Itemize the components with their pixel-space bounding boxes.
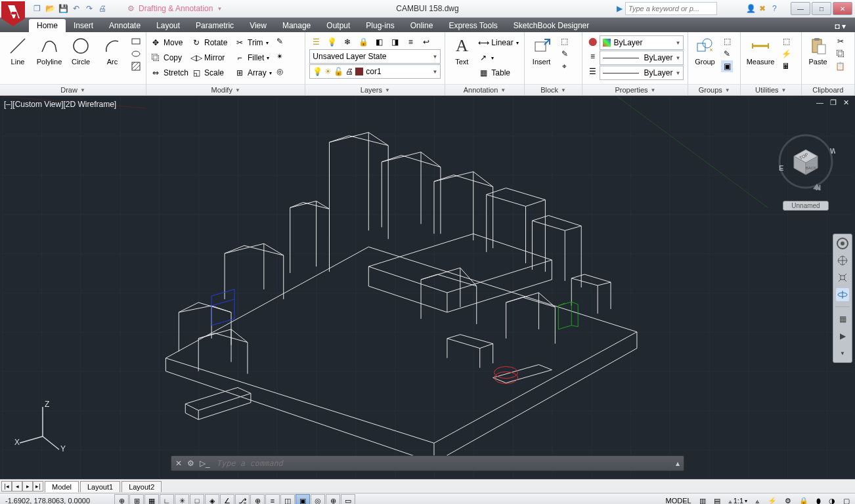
quick-select-icon[interactable]: ⚡ — [780, 48, 792, 60]
layer-lock-icon[interactable]: 🔒 — [357, 35, 370, 49]
qat-undo-icon[interactable]: ↶ — [71, 3, 81, 14]
otrack-icon[interactable]: ∠ — [220, 494, 234, 504]
table-button[interactable]: ▦Table — [478, 66, 518, 80]
layer-freeze-icon[interactable]: ❄ — [341, 35, 354, 49]
qat-print-icon[interactable]: 🖨 — [97, 3, 108, 14]
isolate-objects-icon[interactable]: ◑ — [826, 497, 838, 505]
ortho-mode-icon[interactable]: ∟ — [160, 494, 174, 504]
toolbar-lock-icon[interactable]: 🔒 — [797, 497, 811, 505]
panel-modify-label[interactable]: Modify — [211, 86, 232, 94]
help-search-input[interactable] — [625, 2, 717, 15]
tab-model[interactable]: Model — [45, 481, 79, 492]
viewcube-ucs-label[interactable]: Unnamed — [783, 201, 829, 211]
text-button[interactable]: AText — [449, 34, 474, 66]
match-prop-icon[interactable]: ⬤ — [586, 35, 598, 47]
cut-icon[interactable]: ✂ — [835, 35, 846, 47]
panel-utilities-label[interactable]: Utilities — [755, 86, 778, 94]
help-icon[interactable]: ? — [772, 4, 781, 13]
tab-annotate[interactable]: Annotate — [101, 19, 148, 32]
layer-off-icon[interactable]: 💡 — [325, 35, 338, 49]
ungroup-icon[interactable]: ⬚ — [721, 35, 733, 47]
stretch-button[interactable]: ⇔Stretch — [150, 66, 190, 80]
hardware-accel-icon[interactable]: ⬮ — [814, 497, 823, 505]
line-button[interactable]: Line — [4, 34, 32, 66]
tab-output[interactable]: Output — [318, 19, 358, 32]
linetype-combo[interactable]: ByLayer▼ — [600, 66, 684, 80]
viewport-label[interactable]: [–][Custom View][2D Wireframe] — [4, 100, 116, 109]
tab-insert[interactable]: Insert — [66, 19, 101, 32]
quick-properties-icon[interactable]: ▣ — [296, 494, 310, 504]
scale-button[interactable]: ◱Scale — [191, 66, 233, 80]
qat-new-icon[interactable]: ❐ — [32, 3, 42, 14]
tab-home[interactable]: Home — [29, 19, 66, 32]
lineweight-combo[interactable]: ByLayer▼ — [600, 51, 684, 65]
workspace-switching-icon[interactable]: ⚙ — [782, 497, 794, 505]
edit-attr-icon[interactable]: ⌖ — [559, 60, 571, 72]
tab-layout[interactable]: Layout — [148, 19, 188, 32]
group-button[interactable]: Group — [692, 34, 717, 66]
close-button[interactable]: ✕ — [833, 2, 852, 15]
osnap-icon[interactable]: □ — [190, 494, 204, 504]
erase-icon[interactable]: ✎ — [274, 35, 286, 47]
polar-tracking-icon[interactable]: ✳ — [175, 494, 189, 504]
ducs-icon[interactable]: ⎇ — [235, 494, 250, 504]
tab-expresstools[interactable]: Express Tools — [441, 19, 505, 32]
paste-special-icon[interactable]: 📋 — [835, 60, 846, 72]
layer-combo[interactable]: 💡☀🔓🖨 cor1▼ — [309, 64, 441, 79]
tab-manage[interactable]: Manage — [274, 19, 318, 32]
array-button[interactable]: ⊞Array▾ — [234, 66, 273, 80]
rectangle-icon[interactable] — [130, 35, 142, 47]
app-menu-icon[interactable] — [0, 0, 26, 26]
showmotion-icon[interactable]: ▦ — [836, 312, 849, 326]
cmd-customize-icon[interactable]: ⚙ — [187, 459, 194, 468]
doc-close-icon[interactable]: ✕ — [841, 98, 851, 107]
group-bbox-icon[interactable]: ▣ — [721, 60, 733, 72]
modelspace-button[interactable]: MODEL — [663, 497, 694, 504]
rotate-button[interactable]: ↻Rotate — [191, 35, 233, 50]
full-nav-wheel-icon[interactable] — [836, 237, 849, 250]
infer-constraints-icon[interactable]: ⊕ — [114, 494, 129, 504]
qat-redo-icon[interactable]: ↷ — [84, 3, 95, 14]
trim-button[interactable]: ✂Trim▾ — [234, 35, 273, 50]
exchange-icon[interactable]: ✖ — [759, 4, 768, 13]
minimize-button[interactable]: — — [791, 2, 810, 15]
selection-cycling-icon[interactable]: ◎ — [311, 494, 325, 504]
circle-button[interactable]: Circle — [67, 34, 95, 66]
model-paper-icon[interactable]: ▭ — [341, 494, 355, 504]
panel-block-label[interactable]: Block — [540, 86, 558, 94]
cmd-close-icon[interactable]: ✕ — [175, 459, 182, 468]
tab-view[interactable]: View — [242, 19, 274, 32]
annotation-monitor-icon[interactable]: ⊕ — [326, 494, 340, 504]
move-button[interactable]: ✥Move — [150, 35, 190, 50]
dyn-input-icon[interactable]: ⊕ — [250, 494, 265, 504]
panel-draw-label[interactable]: Draw — [60, 86, 77, 94]
tab-nav-last-icon[interactable]: ▸| — [33, 481, 43, 492]
create-block-icon[interactable]: ⬚ — [559, 35, 571, 47]
grid-display-icon[interactable]: ▦ — [144, 494, 159, 504]
layer-state-combo[interactable]: Unsaved Layer State▼ — [309, 49, 441, 64]
tab-parametric[interactable]: Parametric — [188, 19, 242, 32]
lineweight-display-icon[interactable]: ≡ — [265, 494, 280, 504]
calc-icon[interactable]: 🖩 — [780, 60, 792, 72]
doc-restore-icon[interactable]: ❐ — [828, 98, 839, 107]
layer-uniso-icon[interactable]: ◨ — [388, 35, 401, 49]
3d-osnap-icon[interactable]: ◈ — [205, 494, 219, 504]
panel-properties-label[interactable]: Properties — [615, 86, 647, 94]
signin-icon[interactable]: 👤 — [746, 4, 755, 13]
tab-nav-next-icon[interactable]: ▸ — [22, 481, 33, 492]
nav-options-icon[interactable]: ▼ — [836, 346, 849, 360]
tab-plugins[interactable]: Plug-ins — [358, 19, 402, 32]
panel-annotation-label[interactable]: Annotation — [464, 86, 498, 94]
drawing-canvas[interactable] — [1, 96, 854, 478]
qat-open-icon[interactable]: 📂 — [45, 3, 55, 14]
tab-layout1[interactable]: Layout1 — [80, 481, 120, 492]
panel-layers-label[interactable]: Layers — [361, 86, 382, 94]
insert-button[interactable]: Insert — [529, 34, 555, 66]
workspace-selector[interactable]: ⚙Drafting & Annotation▼ — [127, 4, 222, 13]
hatch-icon[interactable] — [130, 60, 142, 72]
layer-prev-icon[interactable]: ↩ — [420, 35, 433, 49]
color-combo[interactable]: ByLayer▼ — [600, 35, 684, 50]
measure-button[interactable]: Measure — [745, 34, 776, 66]
tab-layout2[interactable]: Layout2 — [121, 481, 162, 492]
cmd-expand-icon[interactable]: ▴ — [676, 459, 680, 468]
